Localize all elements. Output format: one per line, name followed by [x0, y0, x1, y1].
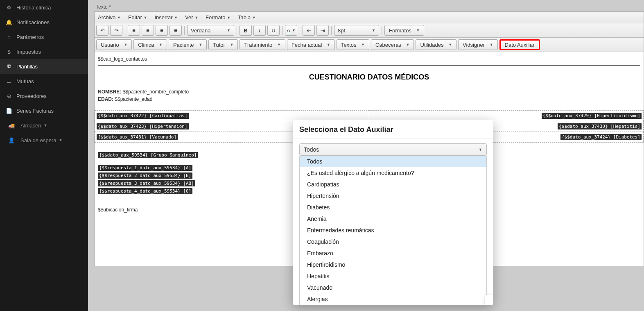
separator	[125, 26, 125, 35]
tutor-button[interactable]: Tutor ▼	[208, 39, 238, 50]
dropdown-option[interactable]: Enfermedades reumáticas	[300, 225, 486, 236]
sidebar-item-sala-de-espera[interactable]: 👤 Sala de espera ▼	[0, 133, 88, 148]
menu-tabla[interactable]: Tabla ▼	[238, 14, 256, 20]
minus-circle-icon: ⊖	[6, 93, 12, 99]
sidebar-item-historia-clinica[interactable]: ⚙ Historia clínica	[0, 0, 88, 15]
align-center-button[interactable]: ≡	[142, 25, 154, 36]
chevron-down-icon: ▼	[448, 43, 452, 47]
vidsigner-button[interactable]: Vidsigner ▼	[458, 39, 498, 50]
aux-chip: {$$dato_aux_37429} [Hipertiroidismo]	[542, 113, 642, 119]
aux-chip: {$$dato_aux_37424} [Diabetes]	[560, 134, 642, 140]
dropdown-option[interactable]: Anemia	[300, 213, 486, 225]
chevron-down-icon: ▼	[230, 43, 234, 47]
aux-data-select[interactable]: Todos ▼	[299, 143, 487, 156]
dropdown-option[interactable]: Hepatitis	[300, 270, 486, 282]
response-chip: {$$respuesta_1_dato_aux_59534} [A]	[98, 165, 192, 171]
dropdown-option[interactable]: Vacunado	[300, 282, 486, 293]
text-color-button[interactable]: A▼	[285, 25, 297, 36]
menu-ver[interactable]: Ver ▼	[185, 14, 198, 20]
dropdown-option-todos[interactable]: Todos	[300, 156, 486, 167]
chevron-down-icon: ▼	[490, 43, 493, 47]
menu-insertar[interactable]: Insertar ▼	[154, 14, 178, 20]
italic-button[interactable]: I	[253, 25, 266, 36]
menu-archivo[interactable]: Archivo ▼	[98, 14, 121, 20]
indent-button[interactable]: ⇥	[316, 25, 329, 36]
name-label: NOMBRE:	[98, 89, 121, 95]
dropdown-option[interactable]: Hipertensión	[300, 190, 486, 202]
usuario-button[interactable]: Usuario ▼	[96, 39, 132, 50]
align-center-icon: ≡	[146, 27, 149, 34]
modal-button-edge	[485, 295, 493, 305]
dropdown-option[interactable]: Diabetes	[300, 202, 486, 213]
toolbar-row-2: Usuario ▼ Clinica ▼ Paciente ▼ Tutor ▼ T…	[95, 38, 644, 52]
cabeceras-button[interactable]: Cabeceras ▼	[371, 39, 414, 50]
underline-icon: U	[271, 27, 275, 34]
dropdown-option[interactable]: Cardiopatias	[300, 179, 486, 190]
dropdown-option[interactable]: Embarazo	[300, 247, 486, 259]
dropdown-option[interactable]: ¿Es usted alérgico a algún medicamento?	[300, 167, 486, 179]
sidebar-item-almacen[interactable]: 🚚 Almacén ▼	[0, 118, 88, 133]
chevron-down-icon: ▼	[199, 43, 202, 47]
dato-auxiliar-button[interactable]: Dato Auxiliar	[499, 39, 540, 50]
file-icon: 📄	[6, 107, 12, 114]
chevron-down-icon: ▼	[194, 16, 198, 20]
dropdown-option[interactable]: Coagulación	[300, 236, 486, 247]
bold-icon: B	[244, 27, 247, 34]
formats-button[interactable]: Formatos ▼	[384, 25, 424, 36]
align-right-button[interactable]: ≡	[156, 25, 168, 36]
underline-button[interactable]: U	[267, 25, 280, 36]
aux-chip: {$$dato_aux_37423} [Hipertension]	[97, 123, 189, 129]
response-chip: {$$respuesta_2_dato_aux_59534} [B]	[98, 173, 192, 179]
redo-button[interactable]: ↷	[110, 25, 122, 36]
tratamiento-button[interactable]: Tratamiento ▼	[240, 39, 285, 50]
font-family-select[interactable]: Verdana▼	[187, 25, 234, 36]
sidebar-item-label: Almacén	[20, 123, 41, 129]
italic-icon: I	[259, 27, 260, 34]
chevron-down-icon: ▼	[117, 16, 121, 20]
group-chip: {$$dato_aux_59534} [Grupo Sanguineo]	[98, 152, 198, 158]
sidebar-item-impuestos[interactable]: $ Impuestos	[0, 44, 88, 59]
sidebar-item-series-facturas[interactable]: 📄 Series Facturas	[0, 103, 88, 118]
sidebar-item-mutuas[interactable]: ▭ Mutuas	[0, 74, 88, 89]
clinica-button[interactable]: Clinica ▼	[133, 39, 167, 50]
name-line: NOMBRE: $$paciente_nombre_completo	[98, 89, 644, 95]
response-chip: {$$respuesta_3_dato_aux_59534} [AB]	[98, 180, 195, 186]
outdent-button[interactable]: ⇤	[303, 25, 315, 36]
dropdown-option[interactable]: Alergias	[300, 293, 486, 305]
chevron-down-icon: ▼	[372, 28, 375, 32]
sidebar-item-plantillas[interactable]: ⧉ Plantillas	[0, 59, 88, 74]
menu-formato[interactable]: Formato ▼	[206, 14, 230, 20]
aux-chip: {$$dato_aux_37431} [Vacunado]	[97, 134, 178, 140]
bell-icon: 🔔	[6, 19, 12, 25]
toolbar-row-1: ↶ ↷ ≡ ≡ ≡ ≡ Verdana▼ B I U A▼ ⇤ ⇥ 8pt▼ F…	[95, 23, 644, 38]
age-label: EDAD:	[98, 96, 113, 102]
sidebar-item-proveedores[interactable]: ⊖ Proveedores	[0, 89, 88, 103]
align-left-icon: ≡	[132, 27, 136, 34]
align-justify-icon: ≡	[174, 27, 177, 34]
align-left-button[interactable]: ≡	[128, 25, 140, 36]
sidebar-item-parametros[interactable]: ≡ Parámetros	[0, 30, 88, 44]
header-placeholder: $$cab_logo_contactos	[98, 56, 644, 62]
sidebar-item-notificaciones[interactable]: 🔔 Notificaciones	[0, 15, 88, 30]
utilidades-button[interactable]: Utilidades ▼	[416, 39, 456, 50]
fecha-actual-button[interactable]: Fecha actual ▼	[287, 39, 335, 50]
chevron-down-icon: ▼	[44, 123, 47, 127]
font-size-select[interactable]: 8pt▼	[334, 25, 379, 36]
paciente-button[interactable]: Paciente ▼	[169, 39, 207, 50]
align-justify-button[interactable]: ≡	[169, 25, 182, 36]
sidebar-item-label: Plantillas	[16, 64, 38, 70]
gear-icon: ⚙	[6, 4, 12, 11]
document-title: CUESTIONARIO DATOS MÉDICOS	[95, 73, 644, 82]
indent-icon: ⇥	[321, 27, 325, 34]
copy-icon: ⧉	[6, 63, 12, 70]
textos-button[interactable]: Textos ▼	[337, 39, 369, 50]
separator	[237, 26, 237, 35]
chevron-down-icon: ▼	[59, 138, 62, 142]
chevron-down-icon: ▼	[327, 43, 330, 47]
sidebar-item-label: Historia clínica	[16, 5, 51, 11]
chevron-down-icon: ▼	[124, 43, 127, 47]
undo-button[interactable]: ↶	[96, 25, 108, 36]
bold-button[interactable]: B	[240, 25, 252, 36]
dropdown-option[interactable]: Hipertiroidismo	[300, 259, 486, 270]
menu-editar[interactable]: Editar ▼	[128, 14, 147, 20]
